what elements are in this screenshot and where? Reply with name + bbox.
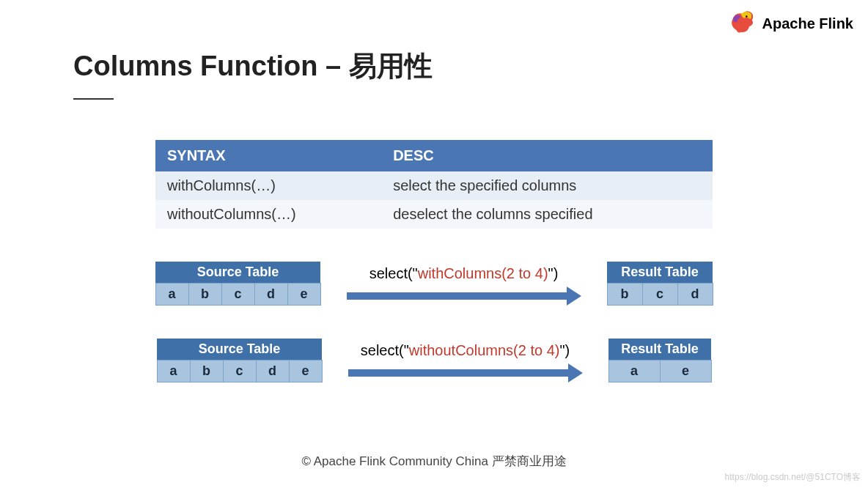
col-cell: c — [221, 284, 254, 306]
desc-cell: select the specified columns — [381, 171, 713, 200]
desc-cell: deselect the columns specified — [381, 200, 713, 229]
svg-rect-1 — [347, 292, 567, 300]
source-table: Source Table a b c d e — [157, 339, 323, 382]
result-table: Result Table b c d — [607, 262, 713, 306]
source-table-title: Source Table — [155, 262, 320, 284]
flow-row-withoutcolumns: Source Table a b c d e select("withoutCo… — [73, 339, 795, 382]
arrow-label: select("withColumns(2 to 4)") — [369, 265, 559, 282]
col-cell: a — [155, 284, 188, 306]
col-cell: a — [608, 361, 660, 382]
col-cell: b — [188, 284, 221, 306]
brand-logo-area: Apache Flink — [727, 7, 853, 40]
svg-rect-3 — [348, 369, 568, 377]
svg-marker-4 — [568, 363, 583, 382]
title-underline — [73, 98, 114, 100]
svg-marker-2 — [567, 286, 581, 306]
result-table: Result Table a e — [608, 339, 712, 382]
col-cell: e — [289, 361, 322, 382]
watermark-text: https://blog.csdn.net/@51CTO博客 — [725, 471, 861, 484]
page-title: Columns Function – 易用性 — [73, 48, 795, 85]
col-cell: c — [642, 284, 677, 306]
result-table-title: Result Table — [607, 262, 713, 284]
table-row: withColumns(…) select the specified colu… — [155, 171, 713, 200]
syntax-header: SYNTAX — [155, 140, 381, 171]
label-red: withColumns(2 to 4) — [418, 265, 548, 281]
col-cell: d — [677, 284, 713, 306]
col-cell: e — [287, 284, 320, 306]
brand-text: Apache Flink — [762, 15, 853, 32]
arrow-icon — [348, 363, 583, 382]
syntax-cell: withoutColumns(…) — [155, 200, 381, 229]
label-red: withoutColumns(2 to 4) — [409, 342, 560, 358]
footer-text: © Apache Flink Community China 严禁商业用途 — [0, 453, 868, 470]
desc-header: DESC — [381, 140, 713, 171]
col-cell: a — [157, 361, 190, 382]
col-cell: e — [660, 361, 711, 382]
syntax-table: SYNTAX DESC withColumns(…) select the sp… — [155, 140, 713, 229]
syntax-cell: withColumns(…) — [155, 171, 381, 200]
arrow-label: select("withoutColumns(2 to 4)") — [361, 342, 570, 359]
result-table-title: Result Table — [608, 339, 711, 361]
col-cell: b — [190, 361, 223, 382]
arrow-block: select("withColumns(2 to 4)") — [343, 265, 585, 306]
table-row: withoutColumns(…) deselect the columns s… — [155, 200, 713, 229]
squirrel-icon — [727, 7, 762, 40]
arrow-block: select("withoutColumns(2 to 4)") — [345, 342, 586, 382]
svg-point-0 — [746, 15, 748, 18]
col-cell: d — [254, 284, 287, 306]
label-suffix: ") — [559, 342, 570, 358]
slide: Apache Flink Columns Function – 易用性 SYNT… — [0, 0, 868, 488]
label-prefix: select(" — [369, 265, 418, 281]
arrow-icon — [347, 286, 581, 306]
flow-row-withcolumns: Source Table a b c d e select("withColum… — [73, 262, 795, 306]
col-cell: c — [223, 361, 256, 382]
source-table-title: Source Table — [157, 339, 322, 361]
label-prefix: select(" — [361, 342, 409, 358]
flow-diagrams: Source Table a b c d e select("withColum… — [73, 262, 795, 382]
col-cell: b — [607, 284, 642, 306]
label-suffix: ") — [548, 265, 559, 281]
col-cell: d — [256, 361, 289, 382]
source-table: Source Table a b c d e — [155, 262, 321, 306]
